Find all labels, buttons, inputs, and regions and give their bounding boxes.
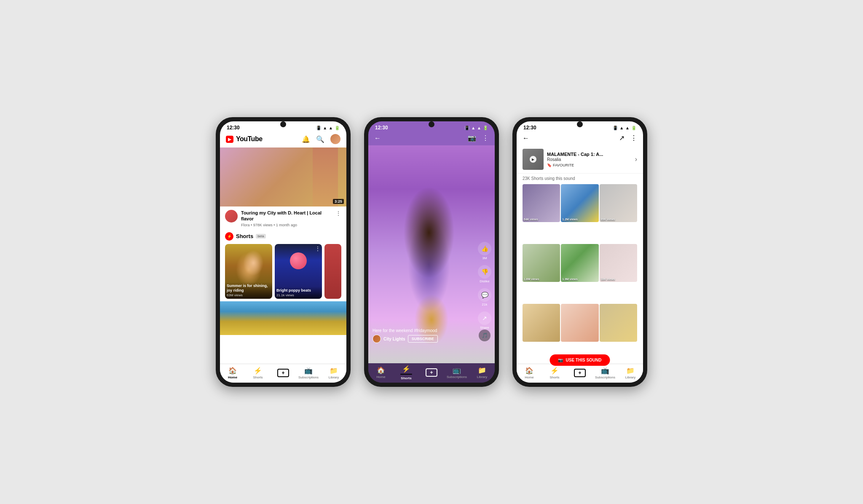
grid-thumb-8[interactable]	[561, 304, 598, 342]
vibrate-icon-3: 📳	[613, 126, 618, 130]
sound-favourite[interactable]: 🔖 FAVOURITE	[547, 163, 632, 167]
phone2-header: ← 📷 ⋮	[368, 132, 495, 145]
nav-shorts-1[interactable]: ⚡ Shorts	[245, 367, 271, 379]
channel-avatar-2[interactable]	[373, 335, 381, 343]
grid-thumb-3[interactable]: 89K views	[600, 184, 637, 222]
camera-icon[interactable]: 📷	[468, 134, 476, 142]
video-duration: 3:25	[333, 199, 344, 204]
nav-home-2[interactable]: 🏠 Home	[368, 366, 394, 379]
short-card-2[interactable]: ⋮ Bright poppy beats 21.1k views	[275, 244, 322, 299]
share-icon: ↗	[478, 311, 491, 325]
wifi-icon-2: ▲	[471, 126, 475, 130]
phone-notch-2	[429, 121, 434, 127]
comment-action[interactable]: 💬 21k	[478, 288, 491, 306]
shorts-bottom-info: Here for the weekend #fridaymood City Li…	[373, 328, 469, 343]
subscribe-button[interactable]: SUBSCRIBE	[408, 335, 438, 343]
grid-thumb-2[interactable]: 1.2M views	[561, 184, 598, 222]
nav-create-2[interactable]: +	[419, 368, 444, 377]
more-icon-3[interactable]: ⋮	[630, 134, 637, 142]
grid-thumb-7[interactable]	[523, 304, 560, 342]
channel-avatar-1[interactable]	[225, 210, 238, 223]
status-time-3: 12:30	[523, 125, 536, 131]
short-card-3[interactable]	[324, 244, 341, 299]
grid-view-4: 1.6M views	[524, 278, 539, 281]
nav-subscriptions-label-1: Subscriptions	[298, 375, 319, 379]
nav-shorts-3[interactable]: ⚡ Shorts	[542, 367, 567, 379]
phone1-header: ▶ YouTube 🔔 🔍	[220, 132, 346, 147]
bottom-video-thumb[interactable]	[220, 301, 346, 335]
nav-create-3[interactable]: +	[567, 369, 592, 377]
grid-thumb-5[interactable]: 1.9M views	[561, 244, 598, 282]
video-more-button[interactable]: ⋮	[335, 210, 341, 217]
shorts-title: Shorts	[236, 233, 253, 239]
vibrate-icon: 📳	[316, 126, 321, 130]
use-sound-label: USE THIS SOUND	[566, 358, 601, 362]
sound-thumbnail[interactable]: ▶	[523, 149, 544, 170]
shorts-nav-icon-2: ⚡	[402, 365, 410, 373]
more-icon-2[interactable]: ⋮	[482, 134, 489, 142]
shorts-video-bg[interactable]: 👍 3M 👎 Dislike 💬 21k ↗ Share	[368, 145, 495, 363]
video-age: 1 month ago	[276, 223, 297, 227]
back-button-2[interactable]: ←	[374, 134, 381, 142]
video-title[interactable]: Touring my City with D. Heart | Local fl…	[241, 210, 332, 222]
nav-shorts-label-2: Shorts	[401, 376, 411, 380]
create-icon-3: +	[574, 369, 586, 377]
nav-home-label-1: Home	[228, 375, 237, 379]
dislike-icon: 👎	[478, 265, 491, 279]
notification-icon[interactable]: 🔔	[302, 135, 310, 143]
back-button-3[interactable]: ←	[523, 134, 529, 142]
nav-library-2[interactable]: 📁 Library	[469, 366, 495, 379]
nav-shorts-label-1: Shorts	[253, 375, 263, 379]
nav-subscriptions-2[interactable]: 📺 Subscriptions	[444, 366, 469, 379]
status-icons-2: 📳 ▲ ▲ 🔋	[464, 126, 488, 130]
share-action[interactable]: ↗ Share	[478, 311, 491, 330]
nav-shorts-2[interactable]: ⚡ Shorts	[394, 365, 419, 380]
search-icon[interactable]: 🔍	[316, 135, 324, 143]
nav-subscriptions-1[interactable]: 📺 Subscriptions	[296, 367, 321, 379]
like-action[interactable]: 👍 3M	[478, 242, 491, 260]
fav-label: FAVOURITE	[553, 163, 574, 167]
bottom-nav-1: 🏠 Home ⚡ Shorts + 📺 Subscriptions 📁 Libr…	[220, 364, 346, 383]
featured-video-thumb[interactable]: 3:25	[220, 147, 346, 206]
nav-home-label-2: Home	[376, 375, 385, 379]
grid-thumb-6[interactable]: 18K views	[600, 244, 637, 282]
grid-thumb-1[interactable]: 64K views	[523, 184, 560, 222]
share-label: Share	[480, 326, 489, 330]
thumb-person	[313, 147, 338, 206]
bottom-nav-2: 🏠 Home ⚡ Shorts + 📺 Subscriptions 📁	[368, 363, 495, 383]
nav-subscriptions-3[interactable]: 📺 Subscriptions	[592, 367, 618, 379]
dislike-action[interactable]: 👎 Dislike	[478, 265, 491, 283]
shorts-section: ⚡ Shorts beta Summer is for shining, joy…	[220, 231, 346, 301]
use-this-sound-button[interactable]: 📷 USE THIS SOUND	[549, 354, 610, 366]
video-meta: Flora • 978K views • 1 month ago	[241, 223, 332, 227]
phone-1-screen: 12:30 📳 ▲ ▲ 🔋 ▶ YouTube 🔔 🔍	[220, 121, 346, 383]
shorts-grid: Summer is for shining, joy riding 63M vi…	[225, 244, 341, 299]
phone2-content: 👍 3M 👎 Dislike 💬 21k ↗ Share	[368, 145, 495, 383]
sound-button[interactable]: 🎵	[479, 330, 490, 341]
grid-thumb-9[interactable]	[600, 304, 637, 342]
nav-home-1[interactable]: 🏠 Home	[220, 367, 245, 379]
nav-library-1[interactable]: 📁 Library	[321, 367, 346, 379]
yt-wordmark: YouTube	[236, 135, 263, 143]
share-icon-3[interactable]: ↗	[619, 134, 624, 142]
play-button[interactable]: ▶	[530, 156, 536, 163]
nav-home-3[interactable]: 🏠 Home	[517, 367, 542, 379]
short-more-button[interactable]: ⋮	[315, 246, 320, 252]
phone-3-screen: 12:30 📳 ▲ ▲ 🔋 ← ↗ ⋮ ▶ MALAMENTE - Cap 1:…	[517, 121, 643, 383]
grid-thumb-4[interactable]: 1.6M views	[523, 244, 560, 282]
signal-icon-2: ▲	[477, 126, 481, 130]
user-avatar[interactable]	[330, 134, 340, 144]
nav-create-1[interactable]: +	[271, 369, 296, 377]
comment-icon: 💬	[478, 288, 491, 302]
short-card-1[interactable]: Summer is for shining, joy riding 63M vi…	[225, 244, 272, 299]
sound-artist: Rosalia	[547, 157, 632, 162]
chevron-right-icon[interactable]: ›	[635, 155, 637, 163]
shorts-caption: Here for the weekend #fridaymood	[373, 328, 469, 333]
short-card-2-label: Bright poppy beats 21.1k views	[275, 287, 322, 299]
nav-home-label-3: Home	[525, 375, 533, 379]
library-icon-2: 📁	[478, 366, 486, 374]
youtube-logo: ▶ YouTube	[226, 135, 263, 143]
nav-subscriptions-label-2: Subscriptions	[447, 375, 467, 379]
battery-icon-3: 🔋	[631, 126, 636, 130]
nav-library-3[interactable]: 📁 Library	[618, 367, 643, 379]
